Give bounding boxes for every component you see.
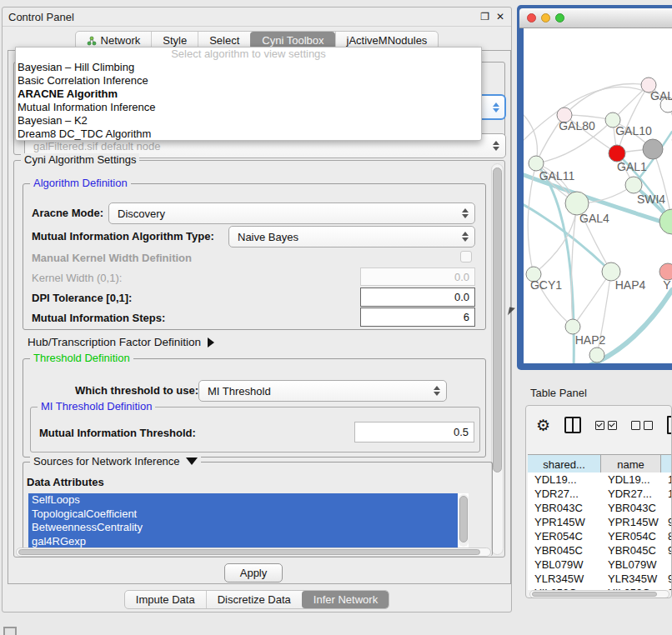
aracne-mode-combobox[interactable]: Discovery	[108, 202, 475, 224]
algorithm-option[interactable]: Bayesian – Hill Climbing	[16, 61, 481, 74]
document-icon[interactable]	[667, 416, 672, 434]
table-column-header[interactable]: name	[601, 455, 661, 473]
network-view-window: GALGAL80GAL10GAL1GAL11SWI4GAL4GCY1HAP4YH…	[517, 5, 672, 370]
network-node-label: GAL80	[559, 119, 595, 132]
tab-impute-data[interactable]: Impute Data	[125, 591, 206, 608]
data-attributes-label: Data Attributes	[27, 476, 104, 488]
table-row[interactable]: YER054CYER054C8.	[528, 529, 672, 543]
control-panel-titlebar: Control Panel ❐ ✕	[3, 8, 511, 27]
table-row[interactable]: YDR27...YDR27...12	[528, 487, 672, 501]
network-node[interactable]	[659, 263, 672, 280]
select-all-checkboxes-icon[interactable]	[595, 421, 617, 430]
tab-label: Cyni Toolbox	[262, 34, 323, 47]
table-cell: YBR045C	[528, 543, 601, 558]
table-row[interactable]: YBR043CYBR043C	[528, 501, 672, 515]
settings-scrollbar[interactable]	[491, 163, 504, 555]
mi-steps-label: Mutual Information Steps:	[32, 312, 165, 324]
minimize-traffic-light-icon[interactable]	[541, 13, 550, 22]
attributes-scrollbar[interactable]	[459, 494, 469, 547]
settings-hscrollbar-thumb[interactable]	[18, 549, 480, 555]
table-cell: YBR043C	[601, 501, 661, 515]
float-window-icon[interactable]: ❐	[480, 11, 489, 22]
table-hscrollbar[interactable]	[529, 590, 669, 598]
close-icon[interactable]: ✕	[496, 11, 504, 22]
data-attribute-item[interactable]: BetweennessCentrality	[28, 521, 458, 535]
deselect-all-checkboxes-icon[interactable]	[631, 421, 653, 430]
kernel-width-input[interactable]: 0.0	[360, 268, 475, 286]
cyni-algorithm-settings-group: Cyni Algorithm Settings Algorithm Defini…	[13, 160, 505, 558]
tab-label: Impute Data	[136, 593, 195, 606]
attributes-scrollbar-thumb[interactable]	[459, 496, 468, 542]
data-attribute-item[interactable]: TopologicalCoefficient	[28, 508, 458, 522]
algorithm-option[interactable]: Basic Correlation Inference	[16, 74, 481, 88]
algorithm-option[interactable]: Bayesian – K2	[16, 114, 481, 128]
zoom-traffic-light-icon[interactable]	[555, 13, 564, 22]
table-cell: YDR27...	[601, 487, 661, 501]
chevron-down-icon	[186, 458, 198, 465]
dpi-tolerance-input[interactable]: 0.0	[360, 288, 475, 307]
table-cell: YDL19...	[528, 472, 601, 487]
threshold-definition-title: Threshold Definition	[30, 352, 133, 364]
algorithm-option[interactable]: Mutual Information Inference	[16, 101, 481, 114]
mi-algorithm-type-combobox[interactable]: Naive Bayes	[228, 226, 475, 248]
mi-steps-input[interactable]: 6	[360, 308, 475, 327]
hub-definition-expander[interactable]: Hub/Transcription Factor Definition	[28, 336, 214, 348]
table-hscrollbar-thumb[interactable]	[532, 592, 657, 597]
table-row[interactable]: YBL079WYBL079W	[528, 558, 672, 572]
threshold-definition-group: Threshold Definition Which threshold to …	[23, 358, 486, 458]
mouse-cursor	[508, 307, 515, 316]
which-threshold-combobox[interactable]: MI Threshold	[198, 380, 447, 402]
algorithm-dropdown-items: Bayesian – Hill ClimbingBasic Correlatio…	[16, 61, 481, 142]
settings-hscrollbar[interactable]	[16, 548, 491, 557]
table-row[interactable]: YDL19...YDL19...13	[528, 472, 672, 487]
chevron-right-icon	[208, 338, 214, 348]
table-column-header[interactable]	[661, 455, 672, 473]
network-node-label: GAL	[650, 89, 672, 102]
network-node[interactable]	[659, 209, 672, 234]
data-attributes-list[interactable]: SelfLoopsTopologicalCoefficientBetweenne…	[28, 493, 469, 548]
network-node[interactable]	[609, 145, 625, 162]
table-row[interactable]: YLR345WYLR345W9.	[528, 572, 672, 586]
network-icon	[87, 36, 97, 46]
combo-arrows-icon	[434, 386, 440, 396]
combo-arrows-icon	[493, 141, 499, 151]
network-node[interactable]	[625, 177, 642, 193]
table-row[interactable]: YBR045CYBR045C9.	[528, 543, 672, 558]
table-panel: ⚙ shared...name YDL19...YDL19...13YDR27.…	[525, 405, 672, 598]
algorithm-option[interactable]: ARACNE Algorithm	[16, 88, 481, 101]
sources-group-legend[interactable]: Sources for Network Inference	[30, 455, 201, 468]
network-node[interactable]	[643, 139, 663, 159]
mi-threshold-input[interactable]: 0.5	[354, 422, 474, 442]
combo-arrows-icon	[462, 208, 469, 218]
manual-kernel-width-checkbox[interactable]	[460, 251, 472, 262]
data-attribute-item[interactable]: SelfLoops	[28, 493, 458, 508]
algorithm-dropdown-hint: Select algorithm to view settings	[16, 48, 481, 61]
apply-button[interactable]: Apply	[224, 563, 283, 582]
algorithm-option[interactable]: Dream8 DC_TDC Algorithm	[16, 128, 481, 141]
tab-label: Style	[163, 34, 187, 47]
network-node[interactable]	[589, 348, 604, 362]
gear-icon[interactable]: ⚙	[536, 418, 550, 433]
data-attribute-item[interactable]: gal4RGexp	[28, 535, 458, 549]
tab-infer-network[interactable]: Infer Network	[302, 591, 389, 608]
close-traffic-light-icon[interactable]	[527, 13, 536, 22]
table-cell: 8.	[661, 529, 672, 543]
network-window-titlebar[interactable]	[519, 8, 672, 28]
table-column-header[interactable]: shared...	[528, 455, 601, 473]
network-edge	[617, 85, 649, 153]
collapsed-panel-icon[interactable]	[3, 627, 17, 635]
table-row[interactable]: YPR145WYPR145W9.	[528, 515, 672, 529]
columns-icon[interactable]	[564, 417, 581, 433]
aracne-mode-value: Discovery	[118, 208, 165, 220]
network-canvas[interactable]: GALGAL80GAL10GAL1GAL11SWI4GAL4GCY1HAP4YH…	[524, 28, 672, 363]
tab-discretize-data[interactable]: Discretize Data	[206, 591, 302, 608]
network-node-label: GAL4	[579, 212, 609, 225]
network-edge	[524, 111, 537, 163]
which-threshold-value: MI Threshold	[208, 385, 271, 398]
mi-threshold-definition-group: MI Threshold Definition Mutual Informati…	[30, 407, 480, 452]
table-cell: 9.	[661, 572, 672, 586]
combo-arrows-icon	[462, 232, 469, 242]
network-node[interactable]	[565, 319, 580, 334]
settings-scrollbar-thumb[interactable]	[493, 168, 502, 472]
network-node-label: GAL11	[539, 169, 575, 182]
